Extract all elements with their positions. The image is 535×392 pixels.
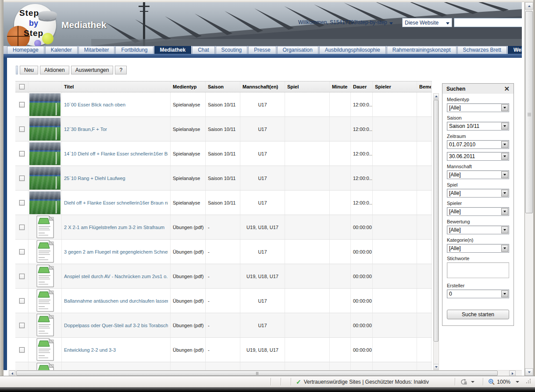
pdf-document-icon[interactable]: [35, 338, 55, 362]
auswertungen-button[interactable]: Auswertungen: [71, 66, 114, 74]
zoom-dropdown-arrow-icon[interactable]: [516, 381, 519, 383]
video-thumbnail[interactable]: [29, 191, 61, 214]
row-checkbox[interactable]: [19, 200, 25, 205]
media-title-link[interactable]: 14`10 Diehl off + Flanke Esser schneller…: [64, 151, 168, 156]
dropdown-arrow-icon[interactable]: [501, 123, 508, 130]
media-title-link[interactable]: 12`30 Braun,F + Tor: [64, 127, 107, 132]
row-checkbox[interactable]: [19, 102, 25, 107]
bewertung-select[interactable]: [Alle]: [447, 226, 509, 234]
window-scrollbar-thumb[interactable]: [525, 11, 533, 213]
col-spieler[interactable]: Spieler: [373, 81, 417, 92]
tab-presse[interactable]: Presse: [248, 46, 276, 54]
dropdown-arrow-icon[interactable]: [501, 290, 508, 297]
dropdown-arrow-icon[interactable]: [501, 208, 508, 215]
tab-websiteaktionen[interactable]: Websiteaktionen: [508, 46, 522, 54]
aktionen-button[interactable]: Aktionen: [40, 66, 69, 74]
select-all-checkbox[interactable]: [19, 84, 25, 89]
compatibility-dropdown-arrow-icon[interactable]: [471, 381, 474, 383]
list-scroll-down-arrow[interactable]: [434, 364, 439, 370]
col-medientyp[interactable]: Medientyp: [171, 81, 206, 92]
col-spiel[interactable]: Spiel: [285, 81, 330, 92]
window-scroll-up-arrow[interactable]: [525, 2, 533, 10]
row-checkbox[interactable]: [19, 127, 25, 132]
kategorien-select[interactable]: [Alle]: [447, 244, 509, 253]
saison-select[interactable]: Saison 10/11: [447, 122, 509, 131]
dropdown-arrow-icon[interactable]: [501, 171, 508, 178]
video-thumbnail[interactable]: [29, 142, 61, 165]
mannschaft-select[interactable]: [Alle]: [447, 170, 509, 179]
close-icon[interactable]: ✕: [504, 86, 510, 92]
col-saison[interactable]: Saison: [206, 81, 240, 92]
col-mannschaften[interactable]: Mannschaft(en): [240, 81, 285, 92]
media-title-link[interactable]: Entwicklung 2-2 und 3-3: [64, 347, 116, 353]
tab-rahmentrainingskonzept[interactable]: Rahmentrainingskonzept: [387, 46, 457, 54]
dropdown-arrow-icon[interactable]: [501, 104, 508, 111]
col-titel[interactable]: Titel: [62, 81, 171, 92]
row-checkbox[interactable]: [19, 323, 25, 328]
horizontal-scrollbar[interactable]: [9, 370, 522, 376]
row-checkbox[interactable]: [19, 298, 25, 304]
zoom-level[interactable]: 100%: [497, 379, 510, 385]
horizontal-scrollbar-thumb[interactable]: [16, 371, 498, 376]
tab-scouting[interactable]: Scouting: [216, 46, 248, 54]
compatibility-view-icon[interactable]: [460, 378, 467, 385]
medientyp-select[interactable]: [Alle]: [447, 103, 509, 112]
search-scope-dropdown[interactable]: Diese Website: [402, 18, 452, 27]
media-title-link[interactable]: Anspiel steil durch AV - Nachrücken zum …: [64, 274, 168, 279]
list-scroll-up-arrow[interactable]: [434, 94, 439, 99]
col-bemerkung[interactable]: Bemerk: [417, 81, 432, 92]
col-minute[interactable]: Minute: [330, 81, 351, 92]
tab-homepage[interactable]: Homepage: [7, 46, 44, 54]
zoom-magnifier-icon[interactable]: [488, 378, 495, 385]
media-title-link[interactable]: Diehl off + Flanke Esser schnellerin16er…: [64, 200, 168, 205]
row-checkbox[interactable]: [19, 347, 25, 353]
dropdown-arrow-icon[interactable]: [501, 141, 508, 148]
video-thumbnail[interactable]: [29, 167, 61, 190]
pdf-document-icon[interactable]: [35, 289, 55, 313]
tab-chat[interactable]: Chat: [192, 46, 214, 54]
tab-fortbildung[interactable]: Fortbildung: [115, 46, 153, 54]
window-scrollbar[interactable]: [524, 2, 533, 376]
row-checkbox[interactable]: [19, 274, 25, 279]
pdf-document-icon[interactable]: [35, 313, 55, 337]
media-title-link[interactable]: Ballannahme antäuschen und durchlaufen l…: [64, 298, 168, 304]
row-checkbox[interactable]: [19, 249, 25, 254]
dropdown-arrow-icon[interactable]: [501, 226, 508, 233]
pdf-document-icon[interactable]: [35, 264, 55, 288]
dropdown-arrow-icon[interactable]: [501, 153, 508, 160]
tab-schwarzes-brett[interactable]: Schwarzes Brett: [457, 46, 507, 54]
media-title-link[interactable]: 25`10 Rang + Diehl Laufweg: [64, 176, 125, 181]
window-scroll-down-arrow[interactable]: [525, 368, 533, 376]
tab-mediathek[interactable]: Mediathek: [154, 46, 192, 54]
list-scrollbar-thumb[interactable]: [434, 100, 439, 342]
spieler-select[interactable]: [Alle]: [447, 207, 509, 216]
suche-starten-button[interactable]: Suche starten: [447, 310, 509, 319]
ersteller-select[interactable]: 0: [447, 290, 509, 298]
pdf-document-icon[interactable]: [35, 215, 55, 239]
tab-organisation[interactable]: Organisation: [277, 46, 318, 54]
col-dauer[interactable]: Dauer: [351, 81, 373, 92]
zeitraum-to-select[interactable]: 30.06.2011: [447, 152, 509, 161]
welcome-user-menu[interactable]: Willkommen, S15417793\step-by-step: [298, 19, 393, 25]
media-title-link[interactable]: 2 X 2-1 am Flügelstrefen zum 3-2 im Stra…: [64, 225, 164, 230]
dropdown-arrow-icon[interactable]: [501, 245, 508, 252]
zeitraum-from-select[interactable]: 01.07.2010: [447, 140, 509, 149]
row-checkbox[interactable]: [19, 225, 25, 230]
stichworte-input[interactable]: [447, 262, 509, 278]
tab-kalender[interactable]: Kalender: [45, 46, 78, 54]
neu-button[interactable]: Neu: [20, 66, 38, 74]
row-checkbox[interactable]: [19, 176, 25, 181]
pdf-document-icon[interactable]: [35, 240, 55, 264]
media-title-link[interactable]: 10`00 Esser Blick nach oben: [64, 102, 125, 107]
site-search-input[interactable]: [454, 18, 522, 27]
tab-ausbildungsphilosophie[interactable]: Ausbildungsphilosophie: [319, 46, 386, 54]
list-scrollbar[interactable]: [433, 93, 439, 370]
tab-mitarbeiter[interactable]: Mitarbeiter: [78, 46, 115, 54]
pdf-document-icon[interactable]: [35, 362, 55, 370]
media-title-link[interactable]: Doppelpass oder Quer-Steil auf 3-2 bis T…: [64, 323, 168, 328]
video-thumbnail[interactable]: [29, 118, 61, 141]
media-title-link[interactable]: 3 gegen 2 am Fluegel mit gegengleichem S…: [64, 249, 168, 254]
resize-grip[interactable]: [525, 378, 531, 385]
row-checkbox[interactable]: [19, 151, 25, 156]
dropdown-arrow-icon[interactable]: [501, 190, 508, 197]
